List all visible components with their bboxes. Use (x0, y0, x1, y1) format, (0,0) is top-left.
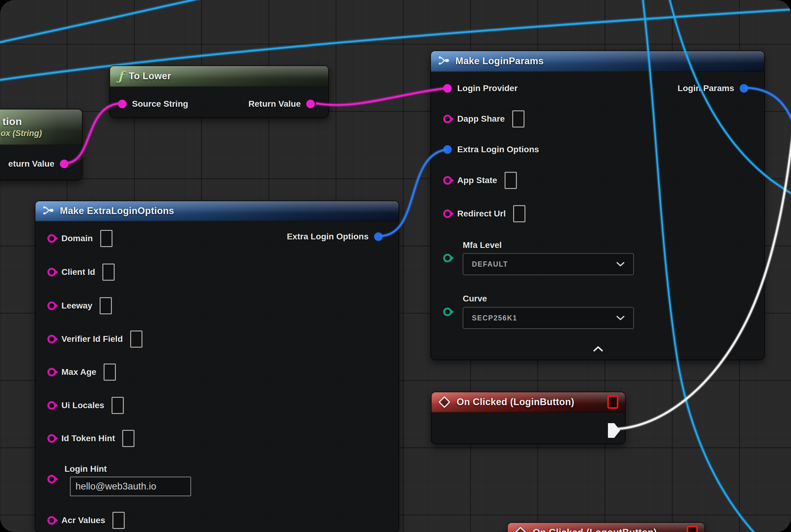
ui-locales-value-input[interactable] (112, 397, 124, 414)
curve-pin[interactable] (443, 308, 452, 316)
node-title: To Lower (129, 71, 171, 82)
login-hint-pin[interactable] (47, 475, 56, 483)
node-partial-function-header[interactable]: tion ox (String) (0, 110, 82, 145)
widget-event-badge-icon (607, 395, 618, 409)
pin-label-id-token-hint: Id Token Hint (61, 434, 115, 443)
leeway-pin[interactable] (47, 302, 56, 310)
node-make-login-params-header[interactable]: Make LoginParams (431, 51, 764, 72)
node-title: On Clicked (LoginButton) (457, 397, 574, 407)
widget-event-badge-icon (687, 526, 698, 532)
leeway-value-input[interactable] (100, 297, 112, 314)
node-to-lower[interactable]: ƒ To Lower Source String Return Value (110, 65, 329, 118)
pin-label-verifier-id-field: Verifier Id Field (61, 334, 123, 344)
client-id-pin[interactable] (47, 268, 56, 277)
node-title: On Clicked (LogoutButton) (533, 527, 657, 532)
mfa-level-dropdown[interactable]: DEFAULT (463, 253, 634, 275)
ui-locales-pin[interactable] (47, 401, 56, 410)
app-state-value-input[interactable] (505, 172, 517, 189)
login-provider-pin[interactable] (443, 84, 452, 93)
pin-label-return-value: Return Value (249, 99, 301, 109)
verifier-id-field-value-input[interactable] (130, 330, 142, 348)
return-value-out-pin[interactable] (306, 100, 315, 108)
pin-label-client-id: Client Id (61, 267, 95, 277)
pin-label-extra-login-options: Extra Login Options (457, 145, 539, 154)
return-value-out-pin[interactable] (60, 159, 69, 168)
make-struct-icon (438, 55, 450, 67)
app-state-pin[interactable] (443, 176, 452, 185)
verifier-id-field-pin[interactable] (47, 335, 56, 343)
wire-return-value-to-login-provider (316, 88, 447, 105)
wire-blue-diagonal-a (0, 0, 215, 43)
acr-values-value-input[interactable] (113, 512, 125, 529)
login-hint-input[interactable] (70, 477, 191, 496)
domain-pin[interactable] (47, 234, 56, 243)
source-string-pin[interactable] (118, 100, 127, 108)
pin-label-max-age: Max Age (61, 367, 96, 377)
mfa-level-pin[interactable] (443, 254, 452, 262)
max-age-value-input[interactable] (103, 363, 116, 381)
mfa-level-value: DEFAULT (472, 260, 508, 268)
event-diamond-icon (438, 396, 450, 408)
pin-label-leeway: Leeway (61, 301, 92, 311)
node-on-clicked-logout-button[interactable]: On Clicked (LogoutButton) (507, 522, 705, 532)
extra-login-options-pin[interactable] (443, 145, 452, 154)
curve-label: Curve (463, 293, 487, 304)
domain-value-input[interactable] (100, 230, 113, 247)
redirect-url-pin[interactable] (443, 209, 452, 218)
pin-label-domain: Domain (61, 233, 93, 243)
pin-label-return-value: eturn Value (8, 159, 54, 169)
login-params-out-pin[interactable] (740, 84, 748, 93)
blueprint-canvas[interactable]: tion ox (String) eturn Value ƒ To Lower … (0, 0, 791, 532)
node-on-clicked-login-button[interactable]: On Clicked (LoginButton) (431, 392, 626, 444)
pin-label-extra-login-options-out: Extra Login Options (287, 232, 369, 242)
node-subtitle: ox (String) (1, 129, 42, 138)
pin-label-acr-values: Acr Values (61, 515, 105, 525)
curve-value: SECP256K1 (472, 314, 517, 322)
node-on-clicked-logout-button-header[interactable]: On Clicked (LogoutButton) (508, 523, 705, 532)
dapp-share-pin[interactable] (443, 115, 452, 123)
event-diamond-icon (515, 527, 527, 532)
redirect-url-value-input[interactable] (513, 205, 525, 222)
extra-login-options-out-pin[interactable] (374, 232, 383, 241)
chevron-down-icon (616, 261, 625, 267)
node-make-extra-login-options[interactable]: Make ExtraLoginOptions Extra Login Optio… (35, 201, 399, 532)
node-title: Make ExtraLoginOptions (60, 206, 174, 216)
chevron-down-icon (616, 315, 625, 321)
client-id-value-input[interactable] (102, 264, 115, 281)
pin-label-app-state: App State (457, 175, 497, 185)
node-make-login-params[interactable]: Make LoginParams Login Params Login Prov… (430, 51, 765, 360)
pin-label-dapp-share: Dapp Share (457, 114, 505, 124)
id-token-hint-pin[interactable] (47, 434, 56, 443)
pin-label-login-hint: Login Hint (64, 464, 107, 474)
acr-values-pin[interactable] (47, 516, 56, 525)
pin-label-redirect-url: Redirect Url (457, 209, 506, 218)
mfa-level-label: Mfa Level (463, 240, 502, 250)
pin-label-ui-locales: Ui Locales (61, 401, 104, 410)
node-title: Make LoginParams (456, 56, 544, 66)
node-make-extra-login-options-header[interactable]: Make ExtraLoginOptions (36, 201, 399, 221)
function-icon: ƒ (118, 70, 123, 82)
make-struct-icon (42, 205, 54, 217)
node-to-lower-header[interactable]: ƒ To Lower (110, 66, 328, 87)
pin-label-login-params-out: Login Params (678, 83, 734, 93)
node-on-clicked-login-button-header[interactable]: On Clicked (LoginButton) (431, 392, 625, 413)
dapp-share-value-input[interactable] (512, 110, 524, 128)
pin-label-login-provider: Login Provider (457, 83, 518, 93)
pin-label-source-string: Source String (132, 99, 188, 109)
node-title: tion (2, 116, 22, 128)
exec-out-pin[interactable] (608, 423, 620, 438)
max-age-pin[interactable] (47, 368, 56, 376)
id-token-hint-value-input[interactable] (122, 430, 134, 447)
chevron-up-icon (593, 346, 603, 352)
node-partial-function[interactable]: tion ox (String) eturn Value (0, 109, 82, 180)
collapse-node-button[interactable] (589, 343, 608, 355)
curve-dropdown[interactable]: SECP256K1 (463, 307, 634, 329)
